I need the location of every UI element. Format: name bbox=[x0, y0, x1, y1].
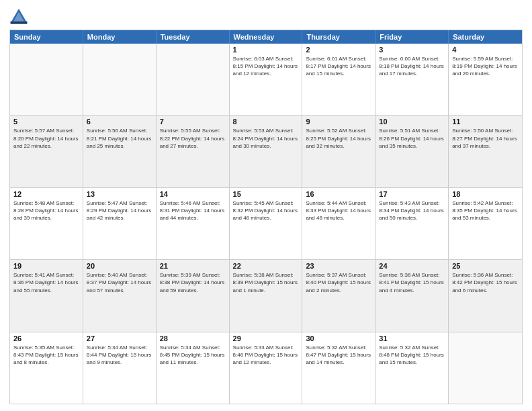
empty-cell-0-0 bbox=[10, 44, 83, 115]
header-day-monday: Monday bbox=[83, 30, 157, 44]
day-info: Sunrise: 5:43 AM Sunset: 8:34 PM Dayligh… bbox=[379, 199, 445, 222]
day-cell-22: 22Sunrise: 5:38 AM Sunset: 8:39 PM Dayli… bbox=[230, 260, 303, 331]
header-day-tuesday: Tuesday bbox=[157, 30, 230, 44]
day-info: Sunrise: 5:51 AM Sunset: 8:26 PM Dayligh… bbox=[379, 127, 445, 150]
day-info: Sunrise: 5:34 AM Sunset: 8:45 PM Dayligh… bbox=[160, 344, 226, 367]
day-cell-14: 14Sunrise: 5:46 AM Sunset: 8:31 PM Dayli… bbox=[157, 188, 230, 259]
day-cell-30: 30Sunrise: 5:32 AM Sunset: 8:47 PM Dayli… bbox=[302, 332, 375, 404]
day-info: Sunrise: 5:36 AM Sunset: 8:41 PM Dayligh… bbox=[379, 271, 445, 294]
day-info: Sunrise: 5:45 AM Sunset: 8:32 PM Dayligh… bbox=[233, 199, 299, 222]
day-info: Sunrise: 6:00 AM Sunset: 8:18 PM Dayligh… bbox=[379, 55, 445, 78]
day-info: Sunrise: 5:37 AM Sunset: 8:40 PM Dayligh… bbox=[306, 271, 371, 294]
day-info: Sunrise: 5:53 AM Sunset: 8:24 PM Dayligh… bbox=[233, 127, 299, 150]
day-cell-16: 16Sunrise: 5:44 AM Sunset: 8:33 PM Dayli… bbox=[302, 188, 375, 259]
calendar-row-1: 5Sunrise: 5:57 AM Sunset: 8:20 PM Daylig… bbox=[10, 115, 522, 187]
day-number: 14 bbox=[160, 190, 226, 198]
day-cell-23: 23Sunrise: 5:37 AM Sunset: 8:40 PM Dayli… bbox=[302, 260, 375, 331]
day-number: 20 bbox=[87, 262, 152, 270]
empty-cell-0-2 bbox=[157, 44, 230, 115]
day-info: Sunrise: 5:57 AM Sunset: 8:20 PM Dayligh… bbox=[13, 127, 79, 150]
empty-cell-0-1 bbox=[83, 44, 157, 115]
day-info: Sunrise: 5:42 AM Sunset: 8:35 PM Dayligh… bbox=[452, 199, 519, 222]
day-info: Sunrise: 5:47 AM Sunset: 8:29 PM Dayligh… bbox=[87, 199, 152, 222]
header-day-sunday: Sunday bbox=[10, 30, 83, 44]
day-cell-20: 20Sunrise: 5:40 AM Sunset: 8:37 PM Dayli… bbox=[83, 260, 157, 331]
day-number: 5 bbox=[13, 118, 79, 126]
day-cell-7: 7Sunrise: 5:55 AM Sunset: 8:22 PM Daylig… bbox=[157, 116, 230, 187]
day-cell-15: 15Sunrise: 5:45 AM Sunset: 8:32 PM Dayli… bbox=[230, 188, 303, 259]
day-cell-25: 25Sunrise: 5:36 AM Sunset: 8:42 PM Dayli… bbox=[449, 260, 522, 331]
day-number: 26 bbox=[13, 334, 79, 342]
day-cell-26: 26Sunrise: 5:35 AM Sunset: 8:43 PM Dayli… bbox=[10, 332, 83, 404]
day-cell-29: 29Sunrise: 5:33 AM Sunset: 8:46 PM Dayli… bbox=[230, 332, 303, 404]
day-number: 24 bbox=[379, 262, 445, 270]
day-number: 22 bbox=[233, 262, 299, 270]
day-info: Sunrise: 5:32 AM Sunset: 8:48 PM Dayligh… bbox=[379, 344, 445, 367]
header-day-thursday: Thursday bbox=[302, 30, 375, 44]
header-day-friday: Friday bbox=[375, 30, 449, 44]
day-cell-3: 3Sunrise: 6:00 AM Sunset: 8:18 PM Daylig… bbox=[375, 44, 449, 115]
day-info: Sunrise: 5:36 AM Sunset: 8:42 PM Dayligh… bbox=[452, 271, 519, 294]
day-info: Sunrise: 5:48 AM Sunset: 8:28 PM Dayligh… bbox=[13, 199, 79, 222]
calendar-row-3: 19Sunrise: 5:41 AM Sunset: 8:36 PM Dayli… bbox=[10, 259, 522, 331]
day-cell-27: 27Sunrise: 5:34 AM Sunset: 8:44 PM Dayli… bbox=[83, 332, 157, 404]
day-number: 7 bbox=[160, 118, 226, 126]
svg-rect-2 bbox=[11, 21, 28, 24]
day-number: 19 bbox=[13, 262, 79, 270]
day-number: 21 bbox=[160, 262, 226, 270]
day-info: Sunrise: 5:50 AM Sunset: 8:27 PM Dayligh… bbox=[452, 127, 519, 150]
header-day-saturday: Saturday bbox=[449, 30, 522, 44]
day-cell-24: 24Sunrise: 5:36 AM Sunset: 8:41 PM Dayli… bbox=[375, 260, 449, 331]
logo bbox=[9, 7, 31, 26]
day-cell-4: 4Sunrise: 5:59 AM Sunset: 8:19 PM Daylig… bbox=[449, 44, 522, 115]
day-number: 10 bbox=[379, 118, 445, 126]
day-cell-9: 9Sunrise: 5:52 AM Sunset: 8:25 PM Daylig… bbox=[302, 116, 375, 187]
day-info: Sunrise: 5:32 AM Sunset: 8:47 PM Dayligh… bbox=[306, 344, 371, 367]
day-number: 4 bbox=[452, 46, 519, 54]
day-number: 6 bbox=[87, 118, 152, 126]
day-number: 9 bbox=[306, 118, 371, 126]
calendar-row-2: 12Sunrise: 5:48 AM Sunset: 8:28 PM Dayli… bbox=[10, 187, 522, 259]
day-info: Sunrise: 5:59 AM Sunset: 8:19 PM Dayligh… bbox=[452, 55, 519, 78]
day-cell-31: 31Sunrise: 5:32 AM Sunset: 8:48 PM Dayli… bbox=[375, 332, 449, 404]
day-info: Sunrise: 5:44 AM Sunset: 8:33 PM Dayligh… bbox=[306, 199, 371, 222]
day-cell-6: 6Sunrise: 5:56 AM Sunset: 8:21 PM Daylig… bbox=[83, 116, 157, 187]
day-cell-17: 17Sunrise: 5:43 AM Sunset: 8:34 PM Dayli… bbox=[375, 188, 449, 259]
day-number: 27 bbox=[87, 334, 152, 342]
day-cell-21: 21Sunrise: 5:39 AM Sunset: 8:38 PM Dayli… bbox=[157, 260, 230, 331]
calendar-header: SundayMondayTuesdayWednesdayThursdayFrid… bbox=[10, 30, 522, 44]
calendar: SundayMondayTuesdayWednesdayThursdayFrid… bbox=[9, 30, 523, 404]
day-number: 11 bbox=[452, 118, 519, 126]
day-info: Sunrise: 5:35 AM Sunset: 8:43 PM Dayligh… bbox=[13, 344, 79, 367]
day-number: 30 bbox=[306, 334, 371, 342]
day-cell-1: 1Sunrise: 6:03 AM Sunset: 8:15 PM Daylig… bbox=[230, 44, 303, 115]
day-number: 28 bbox=[160, 334, 226, 342]
day-number: 29 bbox=[233, 334, 299, 342]
day-cell-28: 28Sunrise: 5:34 AM Sunset: 8:45 PM Dayli… bbox=[157, 332, 230, 404]
day-number: 23 bbox=[306, 262, 371, 270]
day-info: Sunrise: 5:55 AM Sunset: 8:22 PM Dayligh… bbox=[160, 127, 226, 150]
header-day-wednesday: Wednesday bbox=[230, 30, 303, 44]
calendar-row-0: 1Sunrise: 6:03 AM Sunset: 8:15 PM Daylig… bbox=[10, 44, 522, 115]
day-number: 16 bbox=[306, 190, 371, 198]
day-number: 3 bbox=[379, 46, 445, 54]
calendar-row-4: 26Sunrise: 5:35 AM Sunset: 8:43 PM Dayli… bbox=[10, 332, 522, 404]
day-info: Sunrise: 5:38 AM Sunset: 8:39 PM Dayligh… bbox=[233, 271, 299, 294]
day-number: 12 bbox=[13, 190, 79, 198]
calendar-body: 1Sunrise: 6:03 AM Sunset: 8:15 PM Daylig… bbox=[10, 44, 522, 404]
logo-icon bbox=[9, 7, 28, 26]
day-info: Sunrise: 5:34 AM Sunset: 8:44 PM Dayligh… bbox=[87, 344, 152, 367]
day-number: 13 bbox=[87, 190, 152, 198]
day-cell-18: 18Sunrise: 5:42 AM Sunset: 8:35 PM Dayli… bbox=[449, 188, 522, 259]
day-number: 2 bbox=[306, 46, 371, 54]
header bbox=[9, 7, 523, 26]
day-cell-5: 5Sunrise: 5:57 AM Sunset: 8:20 PM Daylig… bbox=[10, 116, 83, 187]
day-info: Sunrise: 6:01 AM Sunset: 8:17 PM Dayligh… bbox=[306, 55, 371, 78]
day-cell-19: 19Sunrise: 5:41 AM Sunset: 8:36 PM Dayli… bbox=[10, 260, 83, 331]
day-info: Sunrise: 5:46 AM Sunset: 8:31 PM Dayligh… bbox=[160, 199, 226, 222]
day-cell-8: 8Sunrise: 5:53 AM Sunset: 8:24 PM Daylig… bbox=[230, 116, 303, 187]
day-info: Sunrise: 5:56 AM Sunset: 8:21 PM Dayligh… bbox=[87, 127, 152, 150]
page: SundayMondayTuesdayWednesdayThursdayFrid… bbox=[0, 0, 532, 411]
day-number: 17 bbox=[379, 190, 445, 198]
day-cell-2: 2Sunrise: 6:01 AM Sunset: 8:17 PM Daylig… bbox=[302, 44, 375, 115]
